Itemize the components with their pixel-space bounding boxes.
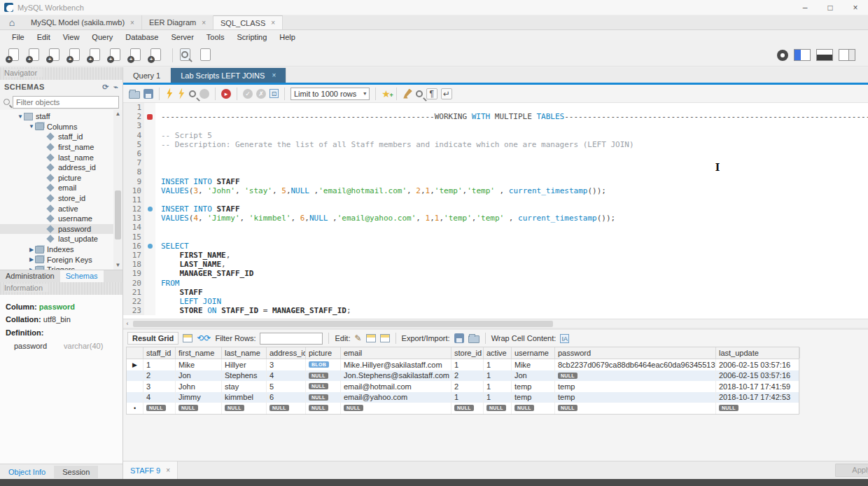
- wrap-text-icon[interactable]: ↵: [441, 88, 452, 99]
- grid-cell[interactable]: Mike.Hillyer@sakilastaff.com: [341, 359, 451, 370]
- tree-item-first-name[interactable]: first_name: [0, 142, 122, 153]
- scroll-up-icon[interactable]: ▲: [113, 110, 122, 118]
- model-tab-eer-diagram[interactable]: EER Diagram×: [142, 15, 214, 29]
- tree-item-username[interactable]: username: [0, 214, 122, 224]
- wrap-cell-icon[interactable]: IA: [560, 334, 569, 343]
- grid-cell[interactable]: 6: [267, 392, 306, 403]
- home-icon[interactable]: ⌂: [0, 15, 24, 29]
- grid-cell[interactable]: 8cb2237d0679ca88db6464eac60da96345513964: [555, 359, 716, 370]
- scroll-down-icon[interactable]: ▼: [113, 261, 122, 270]
- code-line[interactable]: 9INSERT INTO STAFF: [123, 177, 868, 186]
- new-connection-icon[interactable]: +: [66, 48, 83, 62]
- code-line[interactable]: 6: [123, 149, 868, 158]
- collapse-all-icon[interactable]: ⌁: [113, 83, 118, 92]
- scrollbar-thumb[interactable]: [133, 321, 553, 327]
- grid-cell[interactable]: Jon: [512, 370, 555, 382]
- grid-cell[interactable]: 4: [267, 370, 306, 382]
- code-line[interactable]: 4-- Script 5: [123, 131, 868, 140]
- menu-item-edit[interactable]: Edit: [31, 33, 57, 41]
- refresh-schemas-icon[interactable]: ⟳: [102, 83, 109, 92]
- toggle-left-sidebar-icon[interactable]: [794, 49, 811, 61]
- autocommit-icon[interactable]: ⊡: [270, 89, 279, 98]
- grid-cell[interactable]: BLOB: [306, 359, 341, 370]
- code-line[interactable]: 11: [123, 195, 868, 204]
- grid-cell[interactable]: NULL: [176, 403, 222, 414]
- grid-cell[interactable]: 3: [144, 381, 176, 392]
- stop-query-icon[interactable]: [200, 89, 209, 99]
- grid-cell[interactable]: NULL: [306, 403, 341, 414]
- new-procedure-icon[interactable]: +: [127, 48, 144, 62]
- minimize-button[interactable]: –: [792, 0, 818, 15]
- show-invisibles-icon[interactable]: ¶: [426, 88, 438, 99]
- code-line[interactable]: 17 FIRST_NAME,: [123, 251, 868, 260]
- grid-view-icon[interactable]: [183, 334, 192, 342]
- grid-cell[interactable]: 4: [144, 392, 176, 403]
- new-model-icon[interactable]: +: [46, 48, 63, 62]
- close-icon[interactable]: ×: [272, 71, 276, 79]
- table-row[interactable]: 3Johnstay5NULLemail@hotmail.com21temptem…: [127, 381, 799, 392]
- close-icon[interactable]: ×: [166, 466, 170, 474]
- grid-cell[interactable]: NULL: [306, 392, 341, 403]
- grid-cell[interactable]: 1: [484, 392, 512, 403]
- grid-cell[interactable]: NULL: [555, 370, 716, 382]
- tree-item-store-id[interactable]: store_id: [0, 193, 122, 204]
- safe-mode-icon[interactable]: [777, 50, 788, 61]
- open-script-icon[interactable]: [129, 91, 140, 99]
- tree-item-foreign-keys[interactable]: ▶Foreign Keys: [0, 254, 122, 265]
- table-row[interactable]: •NULLNULLNULLNULLNULLNULLNULLNULLNULLNUL…: [127, 403, 799, 414]
- tree-item-staff-id[interactable]: staff_id: [0, 132, 122, 142]
- code-line[interactable]: 14: [123, 223, 868, 232]
- grid-cell[interactable]: 2: [451, 370, 484, 382]
- tree-item-address-id[interactable]: address_id: [0, 162, 122, 173]
- new-view-icon[interactable]: +: [107, 48, 124, 62]
- new-table-icon[interactable]: +: [87, 48, 104, 62]
- tree-item-last-name[interactable]: last_name: [0, 152, 122, 162]
- query-tab-lab-scripts-left-joins[interactable]: Lab Scripts LEFT JOINS×: [171, 68, 286, 83]
- stop-on-error-icon[interactable]: ▸: [221, 89, 231, 99]
- new-function-icon[interactable]: +: [148, 48, 164, 62]
- close-icon[interactable]: ×: [130, 19, 134, 27]
- grid-cell[interactable]: temp: [555, 392, 716, 403]
- column-header-address-id[interactable]: address_id: [267, 347, 306, 359]
- save-script-icon[interactable]: [144, 89, 153, 99]
- code-line[interactable]: 16SELECT: [123, 242, 868, 251]
- grid-cell[interactable]: NULL: [341, 403, 451, 414]
- grid-cell[interactable]: NULL: [555, 403, 716, 414]
- grid-cell[interactable]: stay: [222, 381, 267, 392]
- close-button[interactable]: ×: [843, 0, 868, 15]
- column-header-password[interactable]: password: [555, 347, 716, 359]
- sql-code-editor[interactable]: 12--------------------------------------…: [123, 103, 868, 319]
- execute-current-icon[interactable]: [177, 88, 186, 99]
- menu-item-query[interactable]: Query: [85, 33, 119, 41]
- editor-horizontal-scrollbar[interactable]: ‹ ›: [123, 319, 868, 328]
- search-icon[interactable]: [177, 48, 194, 62]
- menu-item-file[interactable]: File: [6, 33, 31, 41]
- tree-item-password[interactable]: password: [0, 224, 122, 235]
- refresh-grid-icon[interactable]: ⟲⟳: [197, 334, 211, 342]
- toggle-bottom-panel-icon[interactable]: [816, 49, 833, 61]
- plugin-icon[interactable]: [197, 48, 214, 62]
- expander-open-icon[interactable]: ▼: [17, 113, 24, 120]
- column-header-username[interactable]: username: [512, 347, 555, 359]
- tree-item-staff[interactable]: ▼staff: [0, 111, 122, 122]
- code-line[interactable]: 13VALUES(4, 'Jimmy', 'kimmbel', 6,NULL ,…: [123, 214, 868, 223]
- grid-cell[interactable]: NULL: [306, 381, 341, 392]
- tree-item-indexes[interactable]: ▶Indexes: [0, 244, 122, 255]
- tab-session[interactable]: Session: [54, 466, 98, 478]
- grid-cell[interactable]: 2018-10-17 17:42:53: [716, 392, 800, 403]
- tree-item-picture[interactable]: picture: [0, 173, 122, 183]
- commit-icon[interactable]: ✓: [243, 89, 253, 99]
- add-row-icon[interactable]: [366, 334, 376, 342]
- grid-cell[interactable]: NULL: [484, 403, 512, 414]
- tab-administration[interactable]: Administration: [0, 270, 60, 282]
- grid-cell[interactable]: Hillyer: [222, 359, 267, 370]
- execute-statement-icon[interactable]: [165, 88, 174, 99]
- grid-cell[interactable]: NULL: [144, 403, 176, 414]
- grid-cell[interactable]: 1: [484, 381, 512, 392]
- code-line[interactable]: 2---------------------------------------…: [123, 112, 868, 121]
- code-line[interactable]: 1: [123, 103, 868, 112]
- close-icon[interactable]: ×: [271, 19, 275, 27]
- grid-cell[interactable]: 1: [484, 370, 512, 382]
- tab-schemas[interactable]: Schemas: [60, 270, 104, 282]
- grid-cell[interactable]: 2006-02-15 03:57:16: [716, 370, 800, 382]
